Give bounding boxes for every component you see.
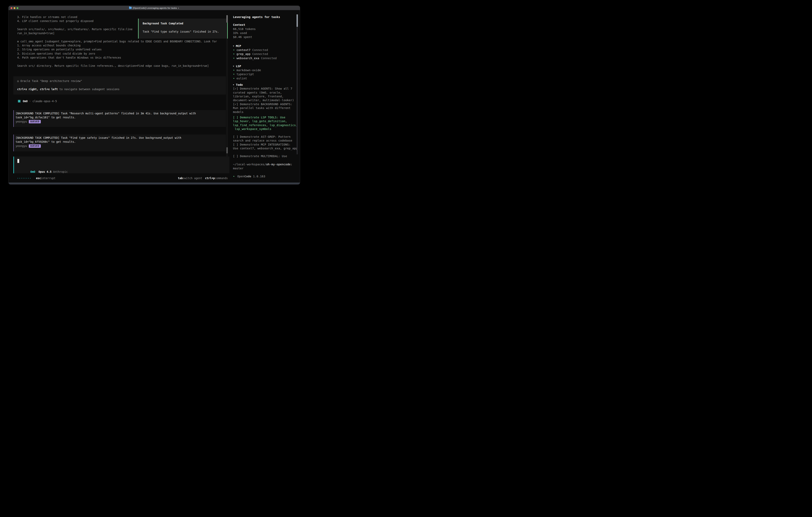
active-agent-label[interactable]: OmO	[30, 170, 35, 173]
activity-spinner-icon: ••••••••	[17, 177, 32, 179]
version-row: • OpenCode 1.0.163	[233, 174, 298, 178]
context-spent: $0.46 spent	[233, 35, 298, 39]
status-badge: QUEUED	[29, 144, 41, 148]
gear-icon: ⚙	[17, 40, 19, 43]
main-scrollbar-thumb[interactable]	[226, 147, 228, 153]
model-status-row: OmO Opus 4.5 Anthropic	[18, 167, 68, 176]
mcp-item: • grep_app Connected	[233, 52, 298, 56]
chevron-down-icon: ▼	[233, 45, 234, 47]
session-title: Leveraging agents for tasks	[233, 15, 298, 19]
terminal-tab-icon	[129, 7, 132, 9]
todo-current-item: [ ] Demonstrate LSP TOOLS: Use lsp_hover…	[233, 115, 298, 131]
task-message: [BACKGROUND TASK COMPLETED] Task "Resear…	[13, 110, 226, 127]
agent-separator: ·	[28, 99, 32, 103]
workspace-section: ~/local-workspaces/oh-my-opencode: maste…	[233, 162, 298, 170]
chevron-down-icon: ▼	[233, 65, 234, 67]
todo-current-line: [ ] Demonstrate LSP TOOLS: Use	[233, 115, 298, 119]
scrollback-line: Search src/ directory. Return specific f…	[17, 64, 226, 68]
lsp-heading: LSP	[236, 64, 241, 68]
bullet-icon: •	[233, 77, 235, 80]
brand-bold: Code	[244, 174, 251, 178]
todo-pending-line: [ ] Demonstrate AST-GREP: Pattern	[233, 135, 298, 139]
lsp-item: • eslint	[233, 76, 298, 80]
blank-line	[17, 60, 226, 63]
sidebar-scrollbar-track[interactable]	[296, 15, 298, 154]
todo-done-line: [✓] Demonstrate BACKGROUND AGENTS:	[233, 102, 298, 106]
brand-dim: Open	[237, 174, 244, 178]
zoom-button[interactable]	[17, 7, 19, 9]
prompt-input[interactable]: OmO Opus 4.5 Anthropic	[13, 157, 229, 173]
sidebar-scrollbar-thumb[interactable]	[296, 15, 298, 27]
interrupt-label: interrupt	[41, 176, 56, 180]
task-message-line2: task_id="bg_6f59260c" to get results.	[16, 140, 226, 144]
agent-session-header[interactable]: OmO · claude-opus-4-5	[18, 99, 57, 103]
window-bottom-edge	[8, 183, 300, 184]
oracle-task-title: ◎ Oracle Task "Deep architecture review"	[17, 79, 226, 83]
bug-list-item: 4. Path operations that don't handle Win…	[17, 56, 226, 60]
esc-key-hint: esc	[36, 176, 41, 180]
keybind-statusbar: •••••••• esc interrupt tab switch agent …	[17, 176, 228, 180]
task-message: [BACKGROUND TASK COMPLETED] Task "Find t…	[13, 135, 226, 151]
lsp-item-name: typescript	[237, 73, 254, 76]
titlebar: [OpenCode] Leveraging agents for tasks ◐	[8, 6, 300, 10]
lsp-section-header[interactable]: ▼ LSP	[233, 64, 298, 68]
bullet-icon: •	[233, 57, 235, 60]
bullet-icon: •	[233, 73, 235, 76]
lsp-item-name: eslint	[237, 77, 247, 80]
mcp-heading: MCP	[236, 45, 241, 48]
toast-title: Background Task Completed	[143, 21, 227, 25]
bullet-icon: •	[233, 69, 235, 72]
todo-current-line: lsp_find_references, lsp_diagnostics,	[233, 124, 298, 127]
todo-pending-line: [ ] Demonstrate MULTIMODAL: Use	[233, 154, 298, 158]
lsp-item-name: markdown-oxide	[237, 69, 261, 72]
minimize-button[interactable]	[13, 7, 16, 9]
hint-keys: ctrl+x right, ctrl+x left	[17, 87, 58, 91]
window-title-text: [OpenCode] Leveraging agents for tasks	[133, 7, 177, 9]
context-section: Context 66,518 tokens 33% used $0.46 spe…	[233, 23, 298, 39]
mcp-section-header[interactable]: ▼ MCP	[233, 44, 298, 48]
workspace-path: ~/local-workspaces/oh-my-opencode:	[233, 162, 298, 166]
todo-pending-line: Use context7, websearch_exa, grep_app	[233, 146, 298, 151]
todo-done-line: Run parallel tasks with different	[233, 106, 298, 110]
workspace-path-prefix: ~/local-workspaces/	[233, 163, 266, 166]
mcp-item-status: Connected	[252, 52, 268, 56]
oracle-hint: ctrl+x right, ctrl+x left to navigate be…	[17, 87, 226, 91]
agent-checkbox-icon	[18, 100, 20, 102]
status-dot-icon: •	[233, 175, 235, 178]
ctrlp-key-hint: ctrl+p	[205, 176, 215, 180]
todo-section-header[interactable]: ▼ Todo	[233, 83, 298, 87]
mcp-item: • websearch_exa Connected	[233, 56, 298, 60]
mcp-item: • context7 Connected	[233, 48, 298, 52]
lsp-section: ▼ LSP • markdown-oxide • typescript • es…	[233, 64, 298, 80]
todo-pending-line: search and replace across codebase	[233, 139, 298, 142]
close-button[interactable]	[10, 7, 12, 9]
task-message-line1: [BACKGROUND TASK COMPLETED] Task "Find t…	[16, 136, 226, 140]
version-number: 1.0.163	[251, 174, 265, 178]
todo-done-line: librarian, explore, frontend,	[233, 94, 298, 98]
bug-list-item: 1. Array access without bounds checking	[17, 44, 226, 47]
agent-name: OmO	[23, 99, 28, 103]
bug-list-item: 2. String operations on potentially unde…	[17, 47, 226, 51]
window-title: [OpenCode] Leveraging agents for tasks ◐	[129, 7, 179, 9]
blank-line	[17, 83, 226, 87]
tool-call-text: call_omo_agent [subagent_type=explore, p…	[19, 40, 217, 43]
mcp-item-status: Connected	[261, 57, 277, 60]
todo-done-line: models	[233, 110, 298, 114]
agent-model: claude-opus-4-5	[33, 99, 57, 103]
context-tokens: 66,518 tokens	[233, 27, 298, 31]
background-task-toast: Background Task Completed Task "Find typ…	[138, 19, 228, 38]
tab-key-hint: tab	[178, 176, 183, 180]
provider-label: Anthropic	[53, 170, 68, 173]
todo-done-line: [✓] Demonstrate AGENTS: Show all 7	[233, 87, 298, 90]
bullet-icon: •	[233, 48, 235, 52]
todo-current-line: lsp_workspace_symbols	[233, 127, 298, 131]
mcp-item-name: context7	[237, 48, 251, 52]
oracle-task-title-text: Oracle Task "Deep architecture review"	[19, 79, 82, 83]
todo-heading: Todo	[236, 83, 243, 86]
main-scrollbar-thumb[interactable]	[226, 15, 228, 23]
workspace-repo: oh-my-opencode:	[266, 163, 292, 166]
bullet-icon: •	[233, 52, 235, 56]
mcp-item-status: Connected	[252, 48, 268, 52]
target-icon: ◎	[17, 79, 19, 83]
switch-agent-label: switch agent	[183, 176, 202, 180]
